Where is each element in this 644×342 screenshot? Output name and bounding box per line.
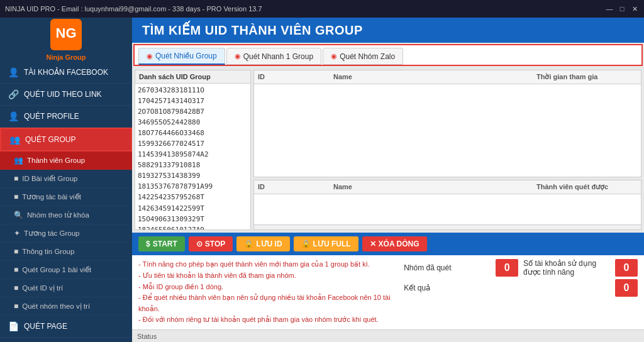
sidebar-label-keyword: Nhóm theo từ khóa — [27, 211, 89, 219]
sidebar-item-facebook-account[interactable]: 👤 TÀI KHOẢN FACEBOOK — [0, 62, 132, 84]
save-full-button[interactable]: 🔒 LƯU FULL — [294, 236, 358, 251]
sidebar-item-scan-group-location[interactable]: ■ Quét nhóm theo vị trí — [0, 297, 132, 316]
bottom-col-header-count: Thành viên quét được — [536, 183, 637, 191]
tab-scan-many[interactable]: ◉ Quét Nhiều Group — [138, 48, 225, 65]
save-id-icon: 🔒 — [244, 240, 253, 248]
maximize-button[interactable]: □ — [618, 4, 626, 13]
location-icon: ■ — [14, 284, 18, 292]
sidebar-item-scan-profile[interactable]: 👤 QUÉT PROFILE — [0, 106, 132, 128]
stat-label-accounts: Số tài khoản sử dụng được tính năng — [523, 259, 610, 277]
sidebar-item-group-scan-post[interactable]: ■ Quét Group 1 bài viết — [0, 261, 132, 279]
bottom-scrollbar[interactable] — [254, 224, 641, 229]
bottom-col-header-id: ID — [258, 183, 333, 191]
members-icon: 👥 — [14, 156, 23, 165]
bottom-col-header-name: Name — [333, 183, 536, 191]
sidebar-label-facebook: TÀI KHOẢN FACEBOOK — [24, 68, 108, 77]
user-icon: 👤 — [8, 67, 19, 77]
info-line-2: - Ưu tiên tài khoản là thành viên đã tha… — [138, 270, 397, 282]
save-full-icon: 🔒 — [301, 240, 311, 248]
info-line-5: - Đối với nhóm riêng tư tài khoản quét p… — [138, 314, 397, 326]
post-id-icon: ■ — [14, 174, 18, 183]
sidebar-logo-text: Ninja Group — [47, 53, 86, 61]
sidebar-item-group-interact[interactable]: ■ Tương tác bài viết — [0, 188, 132, 206]
top-result-table: ID Name Thời gian tham gia — [253, 70, 641, 177]
sidebar-label-interact: Tương tác bài viết — [22, 192, 81, 201]
page-title: TÌM KIẾM UID THÀNH VIÊN GROUP — [142, 23, 634, 38]
sidebar-menu: 👤 TÀI KHOẢN FACEBOOK 🔗 QUÉT UID THEO LIN… — [0, 62, 132, 342]
app-container: NG Ninja Group 👤 TÀI KHOẢN FACEBOOK 🔗 QU… — [0, 18, 644, 342]
interact-icon: ■ — [14, 192, 18, 201]
info-line-4: - Để quét nhiều thành viên bạn nên sử dụ… — [138, 292, 397, 314]
sidebar-label-scan-uid: QUÉT UID THEO LINK — [24, 90, 102, 99]
bottom-table-header: ID Name Thành viên quét được — [254, 180, 641, 194]
sidebar: NG Ninja Group 👤 TÀI KHOẢN FACEBOOK 🔗 QU… — [0, 18, 132, 342]
col-header-name: Name — [333, 73, 536, 81]
save-id-button[interactable]: 🔒 LƯU ID — [236, 236, 289, 251]
link-icon: 🔗 — [8, 89, 19, 99]
stat-row-results: Kết quả 0 — [404, 279, 638, 297]
sidebar-item-group-info[interactable]: ■ Thông tin Group — [0, 243, 132, 261]
sidebar-item-scan-page[interactable]: 📄 QUÉT PAGE — [0, 316, 132, 338]
bottom-result-table: ID Name Thành viên quét được — [253, 180, 641, 230]
close-button[interactable]: ✕ — [630, 4, 639, 13]
minimize-button[interactable]: — — [605, 4, 614, 13]
top-table-body — [254, 84, 641, 177]
tab-scan-many-label: Quét Nhiều Group — [155, 52, 217, 60]
delete-row-button[interactable]: ✕ XÓA DÒNG — [362, 236, 427, 251]
sidebar-item-scan-group[interactable]: 👥 QUÉT GROUP — [0, 128, 132, 152]
sidebar-label-scan-group: QUÉT GROUP — [25, 135, 75, 144]
sidebar-label-scan-post: Quét Group 1 bài viết — [22, 265, 91, 274]
info-line-3: - Mỗi ID group điền 1 dòng. — [138, 282, 397, 293]
svg-text:NG: NG — [55, 25, 76, 41]
uid-list-textarea[interactable]: 267034328318111O 170425714314O317 2O7O81… — [135, 84, 250, 229]
tabs-bar: ◉ Quét Nhiều Group ◉ Quét Nhanh 1 Group … — [133, 44, 643, 66]
sidebar-label-interact2: Tương tác Group — [24, 229, 80, 238]
start-button[interactable]: $ $ START START — [138, 236, 185, 251]
title-bar-text: NINJA UID PRO - Email : luquynhmai99@gma… — [5, 5, 262, 13]
group-icon: 👥 — [9, 135, 20, 145]
interact2-icon: ✦ — [14, 229, 20, 238]
sidebar-label-location: Quét ID vị trí — [22, 284, 63, 292]
delete-icon: ✕ — [370, 240, 376, 248]
sidebar-item-group-post-id[interactable]: ■ ID Bài viết Group — [0, 170, 132, 188]
status-bar: Status — [132, 329, 644, 342]
stat-label-results: Kết quả — [404, 284, 610, 292]
sidebar-item-scan-location[interactable]: ■ Quét ID vị trí — [0, 279, 132, 297]
tab-scan-one-label: Quét Nhanh 1 Group — [243, 52, 313, 61]
start-icon: $ — [146, 240, 150, 248]
stat-value-results: 0 — [615, 279, 638, 297]
content-area: Danh sách UID Group 267034328318111O 170… — [132, 67, 644, 233]
main-content: TÌM KIẾM UID THÀNH VIÊN GROUP ◉ Quét Nhi… — [132, 18, 644, 342]
sidebar-item-group-members[interactable]: 👥 Thành viên Group — [0, 152, 132, 170]
top-table-header: ID Name Thời gian tham gia — [254, 70, 641, 84]
bottom-table-body — [254, 194, 641, 224]
sidebar-label-post-id: ID Bài viết Group — [22, 174, 77, 183]
tab-scan-many-icon: ◉ — [147, 52, 153, 60]
info-icon: ■ — [14, 247, 18, 256]
window-controls: — □ ✕ — [605, 4, 639, 13]
ninja-logo-icon: NG — [50, 19, 82, 52]
sidebar-label-group-location: Quét nhóm theo vị trí — [22, 302, 90, 311]
stat-row-groups: Nhóm đã quét 0 Số tài khoản sử dụng được… — [404, 259, 638, 277]
col-header-id: ID — [258, 73, 333, 81]
main-header: TÌM KIẾM UID THÀNH VIÊN GROUP — [132, 18, 644, 43]
sidebar-item-group-interact2[interactable]: ✦ Tương tác Group — [0, 224, 132, 243]
stop-icon: ⊙ — [196, 240, 203, 248]
stat-value-accounts: 0 — [615, 259, 638, 277]
tab-scan-one-icon: ◉ — [235, 52, 241, 60]
info-text: - Tính năng cho phép bạn quét thành viên… — [138, 259, 397, 326]
search-icon: 🔍 — [14, 211, 23, 219]
tab-scan-one[interactable]: ◉ Quét Nhanh 1 Group — [226, 48, 321, 65]
col-header-time: Thời gian tham gia — [536, 73, 637, 81]
sidebar-item-scan-uid[interactable]: 🔗 QUÉT UID THEO LINK — [0, 84, 132, 106]
sidebar-label-scan-page: QUÉT PAGE — [24, 322, 67, 331]
scan-post-icon: ■ — [14, 265, 18, 274]
stop-button[interactable]: ⊙ STOP — [189, 236, 233, 251]
sidebar-label-members: Thành viên Group — [27, 157, 85, 164]
status-label: Status — [137, 333, 157, 340]
sidebar-item-group-keyword[interactable]: 🔍 Nhóm theo từ khóa — [0, 206, 132, 224]
stat-value-groups: 0 — [496, 259, 518, 277]
uid-panel: Danh sách UID Group 267034328318111O 170… — [135, 70, 251, 230]
tab-scan-zalo[interactable]: ◉ Quét Nhóm Zalo — [323, 48, 403, 65]
page-icon: 📄 — [8, 321, 19, 331]
